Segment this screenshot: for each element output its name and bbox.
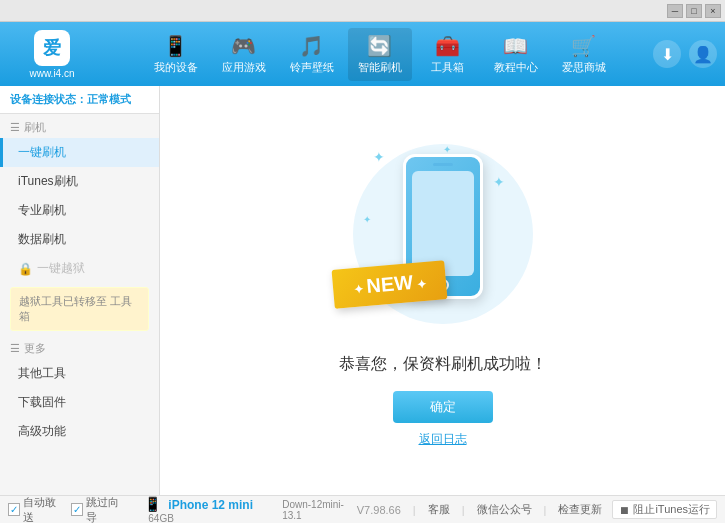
flash-group-icon: ☰: [10, 121, 20, 134]
main-layout: 设备连接状态：正常模式 ☰ 刷机 一键刷机 iTunes刷机 专业刷机 数据刷机…: [0, 86, 725, 495]
phone-illustration: ✦ ✦ ✦ ✦ NEW: [343, 134, 543, 334]
status-label: 设备连接状态：: [10, 93, 87, 105]
flash-icon: 🔄: [367, 34, 392, 58]
sidebar-item-pro-flash[interactable]: 专业刷机: [0, 196, 159, 225]
nav-bar: 📱 我的设备 🎮 应用游戏 🎵 铃声壁纸 🔄 智能刷机 🧰 工具箱 📖 教程中心…: [106, 28, 653, 81]
customer-service-link[interactable]: 客服: [428, 502, 450, 517]
sidebar-item-jailbreak: 🔒 一键越狱: [0, 254, 159, 283]
header-right: ⬇ 👤: [653, 40, 717, 68]
flash-group-title: ☰ 刷机: [0, 114, 159, 138]
jailbreak-info-box: 越狱工具已转移至 工具箱: [10, 287, 149, 331]
more-group-title: ☰ 更多: [0, 335, 159, 359]
stop-itunes-icon: ⏹: [619, 504, 630, 516]
divider-2: |: [462, 504, 465, 516]
header: 爱 www.i4.cn 📱 我的设备 🎮 应用游戏 🎵 铃声壁纸 🔄 智能刷机 …: [0, 22, 725, 86]
toolbox-icon: 🧰: [435, 34, 460, 58]
confirm-button[interactable]: 确定: [393, 391, 493, 423]
nav-ringtone-label: 铃声壁纸: [290, 60, 334, 75]
nav-tutorials[interactable]: 📖 教程中心: [484, 28, 548, 81]
check-update-link[interactable]: 检查更新: [558, 502, 602, 517]
sparkle-1: ✦: [373, 149, 385, 165]
device-name: iPhone 12 mini: [168, 498, 253, 512]
nav-ringtone[interactable]: 🎵 铃声壁纸: [280, 28, 344, 81]
pro-flash-label: 专业刷机: [18, 203, 66, 217]
content-area: ✦ ✦ ✦ ✦ NEW 恭喜您，保资料刷机成功啦！ 确定 返回日志: [160, 86, 725, 495]
jailbreak-info-text: 越狱工具已转移至 工具箱: [19, 295, 132, 322]
nav-tutorials-label: 教程中心: [494, 60, 538, 75]
divider-1: |: [413, 504, 416, 516]
title-bar: ─ □ ×: [0, 0, 725, 22]
advanced-label: 高级功能: [18, 424, 66, 438]
other-tools-label: 其他工具: [18, 366, 66, 380]
bottom-right: V7.98.66 | 客服 | 微信公众号 | 检查更新: [357, 502, 603, 517]
device-version: Down-12mini-13.1: [282, 499, 357, 521]
back-log-link[interactable]: 返回日志: [419, 431, 467, 448]
logo-icon: 爱: [34, 30, 70, 66]
sidebar-item-other-tools[interactable]: 其他工具: [0, 359, 159, 388]
ringtone-icon: 🎵: [299, 34, 324, 58]
skip-wizard-label: 跳过向导: [86, 495, 126, 524]
more-group-icon: ☰: [10, 342, 20, 355]
flash-group-label: 刷机: [24, 120, 46, 135]
download-button[interactable]: ⬇: [653, 40, 681, 68]
sparkle-4: ✦: [443, 144, 451, 155]
lock-icon: 🔒: [18, 262, 33, 276]
nav-toolbox[interactable]: 🧰 工具箱: [416, 28, 480, 81]
more-group-label: 更多: [24, 341, 46, 356]
divider-3: |: [544, 504, 547, 516]
nav-mall-label: 爱思商城: [562, 60, 606, 75]
device-status: 设备连接状态：正常模式: [0, 86, 159, 114]
sidebar-item-data-flash[interactable]: 数据刷机: [0, 225, 159, 254]
maximize-button[interactable]: □: [686, 4, 702, 18]
window-controls[interactable]: ─ □ ×: [667, 4, 721, 18]
logo-text: www.i4.cn: [29, 68, 74, 79]
apps-icon: 🎮: [231, 34, 256, 58]
nav-apps-label: 应用游戏: [222, 60, 266, 75]
nav-flash-label: 智能刷机: [358, 60, 402, 75]
mall-icon: 🛒: [571, 34, 596, 58]
stop-itunes-label: 阻止iTunes运行: [633, 502, 710, 517]
sidebar-item-advanced[interactable]: 高级功能: [0, 417, 159, 446]
sparkle-3: ✦: [363, 214, 371, 225]
skip-wizard-checkbox-box[interactable]: ✓: [71, 503, 83, 516]
wechat-link[interactable]: 微信公众号: [477, 502, 532, 517]
one-click-flash-label: 一键刷机: [18, 145, 66, 159]
sparkle-2: ✦: [493, 174, 505, 190]
user-button[interactable]: 👤: [689, 40, 717, 68]
sidebar-item-one-click-flash[interactable]: 一键刷机: [0, 138, 159, 167]
phone-speaker: [433, 163, 453, 166]
data-flash-label: 数据刷机: [18, 232, 66, 246]
auto-send-checkbox[interactable]: ✓ 自动敢送: [8, 495, 63, 524]
itunes-flash-label: iTunes刷机: [18, 174, 78, 188]
jailbreak-label: 一键越狱: [37, 260, 85, 277]
success-message: 恭喜您，保资料刷机成功啦！: [339, 354, 547, 375]
sidebar-item-itunes-flash[interactable]: iTunes刷机: [0, 167, 159, 196]
stop-itunes-button[interactable]: ⏹ 阻止iTunes运行: [612, 500, 717, 519]
status-value: 正常模式: [87, 93, 131, 105]
minimize-button[interactable]: ─: [667, 4, 683, 18]
sidebar: 设备连接状态：正常模式 ☰ 刷机 一键刷机 iTunes刷机 专业刷机 数据刷机…: [0, 86, 160, 495]
skip-wizard-checkbox[interactable]: ✓ 跳过向导: [71, 495, 126, 524]
phone-small-icon: 📱: [144, 496, 161, 512]
auto-send-checkbox-box[interactable]: ✓: [8, 503, 20, 516]
device-storage: 64GB: [148, 513, 174, 524]
version-text: V7.98.66: [357, 504, 401, 516]
bottom-left: ✓ 自动敢送 ✓ 跳过向导 📱 iPhone 12 mini 64GB Down…: [8, 495, 357, 524]
device-icon: 📱: [163, 34, 188, 58]
nav-mall[interactable]: 🛒 爱思商城: [552, 28, 616, 81]
tutorials-icon: 📖: [503, 34, 528, 58]
nav-my-device-label: 我的设备: [154, 60, 198, 75]
nav-apps-games[interactable]: 🎮 应用游戏: [212, 28, 276, 81]
nav-my-device[interactable]: 📱 我的设备: [144, 28, 208, 81]
bottom-bar: ✓ 自动敢送 ✓ 跳过向导 📱 iPhone 12 mini 64GB Down…: [0, 495, 725, 523]
download-firmware-label: 下载固件: [18, 395, 66, 409]
device-info: 📱 iPhone 12 mini 64GB: [144, 496, 274, 524]
auto-send-label: 自动敢送: [23, 495, 63, 524]
close-button[interactable]: ×: [705, 4, 721, 18]
nav-toolbox-label: 工具箱: [431, 60, 464, 75]
sidebar-item-download-firmware[interactable]: 下载固件: [0, 388, 159, 417]
logo[interactable]: 爱 www.i4.cn: [8, 28, 96, 80]
nav-smart-flash[interactable]: 🔄 智能刷机: [348, 28, 412, 81]
